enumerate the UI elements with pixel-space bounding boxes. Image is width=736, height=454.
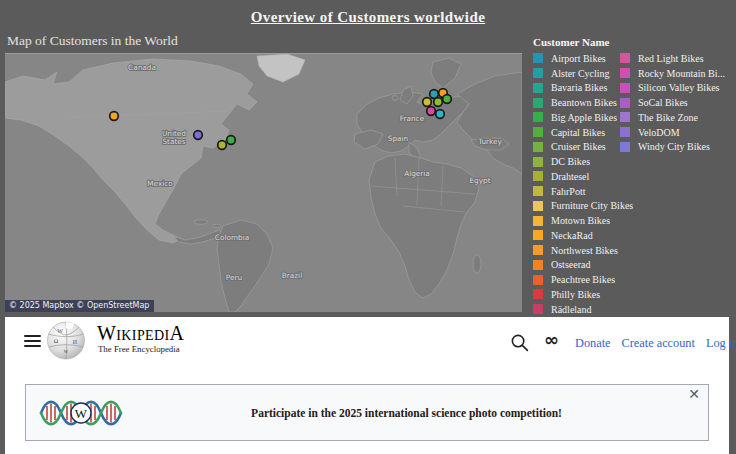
create-account-link[interactable]: Create account [622,336,695,351]
dashboard-title: Overview of Customers worldwide [0,9,736,26]
legend-color-swatch [620,142,630,152]
legend-item[interactable]: SoCal Bikes [620,95,736,110]
legend-item[interactable]: Alster Cycling [533,66,620,81]
svg-text:И: И [73,339,78,345]
screen-root: Overview of Customers worldwide Map of C… [0,0,736,454]
legend-color-swatch [533,186,543,196]
science-photo-banner[interactable]: W Participate in the 2025 international … [25,384,709,441]
legend-item[interactable]: NeckaRad [533,228,620,243]
world-map[interactable]: CanadaUnitedStatesMexicoColombiaPeruBraz… [5,53,522,312]
legend-label: Peachtree Bikes [551,274,615,285]
legend-item[interactable]: VeloDOM [620,125,736,140]
map-place-label: Brazil [282,271,302,280]
legend-label: SoCal Bikes [638,97,688,108]
legend-color-swatch [533,216,543,226]
map-place-label: Canada [128,63,156,72]
legend-color-swatch [533,53,543,63]
legend-color-swatch [620,68,630,78]
legend-item[interactable]: Bavaria Bikes [533,81,620,96]
customer-map-point[interactable] [227,136,236,145]
legend-label: The Bike Zone [638,112,698,123]
legend-label: Drahtesel [551,171,589,182]
wikipedia-globe-logo[interactable]: W Ω И w [46,320,86,360]
svg-text:w: w [64,348,69,354]
legend-label: Cruiser Bikes [551,141,606,152]
legend-label: Windy City Bikes [638,141,710,152]
legend-color-swatch [533,127,543,137]
customer-map-point[interactable] [443,95,452,104]
legend-item[interactable]: Cruiser Bikes [533,140,620,155]
legend-item[interactable]: Beantown Bikes [533,95,620,110]
customer-map-point[interactable] [218,141,227,150]
customer-map-point[interactable] [436,110,445,119]
legend-item[interactable]: Ostseerad [533,258,620,273]
legend-label: Capital Bikes [551,127,605,138]
legend-item[interactable]: Capital Bikes [533,125,620,140]
search-icon[interactable] [510,333,529,352]
banner-message: Participate in the 2025 international sc… [129,407,708,419]
customer-map-point[interactable] [423,98,432,107]
wikipedia-panel: W Ω И w WikipediA The Free Encyclopedia … [5,317,729,454]
legend-label: Bavaria Bikes [551,82,607,93]
legend-item[interactable]: Furniture City Bikes [533,199,620,214]
legend-item[interactable]: Red Light Bikes [620,51,736,66]
legend-items: Airport BikesAlster CyclingBavaria Bikes… [533,51,736,317]
map-place-label: France [400,114,425,123]
wiki-nav-links: DonateCreate accountLog in [575,336,736,351]
legend-item[interactable]: Philly Bikes [533,287,620,302]
svg-text:Ω: Ω [54,338,59,344]
legend-item[interactable]: Rädleland [533,302,620,317]
legend-item[interactable]: Airport Bikes [533,51,620,66]
legend-label: NeckaRad [551,230,593,241]
legend-title: Customer Name [533,36,736,48]
legend-label: Big Apple Bikes [551,112,617,123]
hamburger-menu-icon[interactable] [24,335,41,347]
legend-color-swatch [533,157,543,167]
map-place-label: States [162,137,185,146]
legend-label: Philly Bikes [551,289,600,300]
map-place-label: Turkey [477,137,502,146]
legend-label: Rocky Mountain Bi... [638,68,725,79]
legend-color-swatch [620,53,630,63]
customer-map-point[interactable] [434,98,443,107]
legend-item[interactable]: The Bike Zone [620,110,736,125]
legend-item[interactable]: Northwest Bikes [533,243,620,258]
log-in-link[interactable]: Log in [706,336,736,351]
legend-color-swatch [533,230,543,240]
map-place-label: Peru [226,273,242,282]
customer-map-point[interactable] [427,107,436,116]
legend-color-swatch [620,98,630,108]
legend-item[interactable]: Windy City Bikes [620,140,736,155]
legend-label: Furniture City Bikes [551,200,633,211]
legend-color-swatch [533,68,543,78]
legend-item[interactable]: Rocky Mountain Bi... [620,66,736,81]
legend-color-swatch [533,171,543,181]
donate-link[interactable]: Donate [575,336,611,351]
wikipedia-tagline: The Free Encyclopedia [98,344,180,354]
infinity-icon[interactable]: ∞ [544,329,559,351]
legend-item[interactable]: Motown Bikes [533,213,620,228]
legend-item[interactable]: Big Apple Bikes [533,110,620,125]
customer-legend: Customer Name Airport BikesAlster Cyclin… [533,36,736,317]
customer-map-point[interactable] [110,112,119,121]
legend-color-swatch [533,142,543,152]
legend-color-swatch [533,201,543,211]
legend-color-swatch [533,112,543,122]
wikipedia-wordmark[interactable]: WikipediA [97,323,184,343]
legend-color-swatch [533,83,543,93]
legend-label: Motown Bikes [551,215,610,226]
legend-color-swatch [533,304,543,314]
map-place-label: Egypt [469,176,490,185]
customer-map-point[interactable] [194,131,203,140]
legend-label: Airport Bikes [551,53,606,64]
legend-item[interactable]: FahrPott [533,184,620,199]
legend-item[interactable]: Peachtree Bikes [533,272,620,287]
close-icon[interactable]: ✕ [688,387,700,401]
legend-item[interactable]: Silicon Valley Bikes [620,81,736,96]
map-attribution[interactable]: © 2025 Mapbox © OpenStreetMap [5,300,154,312]
world-map-canvas: CanadaUnitedStatesMexicoColombiaPeruBraz… [5,54,522,312]
legend-color-swatch [620,112,630,122]
legend-item[interactable]: Drahtesel [533,169,620,184]
legend-label: FahrPott [551,186,585,197]
legend-item[interactable]: DC Bikes [533,154,620,169]
